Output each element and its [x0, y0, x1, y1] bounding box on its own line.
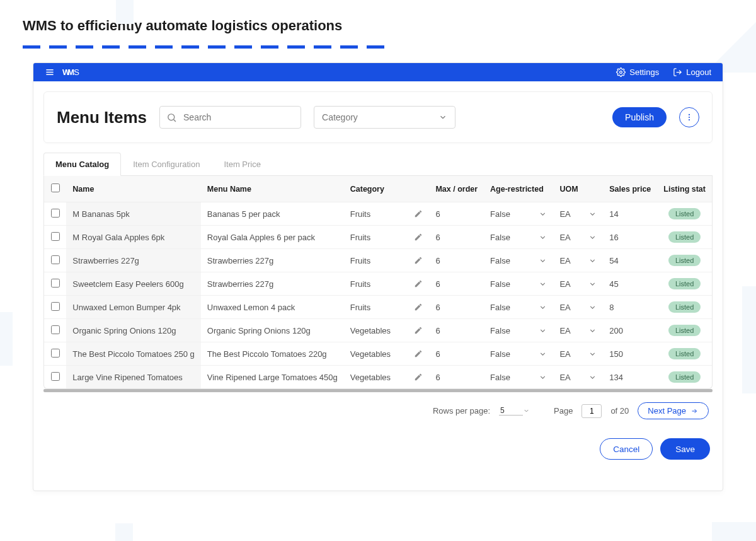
cell-age: False [484, 296, 532, 319]
age-chevron-icon[interactable] [532, 366, 553, 389]
search-box[interactable] [159, 106, 301, 129]
edit-icon[interactable] [408, 226, 429, 249]
bg-decor [712, 522, 756, 541]
age-chevron-icon[interactable] [532, 296, 553, 319]
age-chevron-icon[interactable] [532, 226, 553, 249]
svg-point-1 [168, 113, 175, 120]
uom-chevron-icon[interactable] [582, 226, 603, 249]
age-chevron-icon[interactable] [532, 319, 553, 342]
status-badge: Listed [668, 231, 701, 243]
cell-name: Strawberries 227g [66, 249, 200, 272]
row-checkbox[interactable] [51, 209, 60, 218]
cell-price: 54 [603, 249, 657, 272]
items-table: Name Menu Name Category Max / order Age-… [43, 176, 713, 389]
row-checkbox[interactable] [51, 372, 60, 381]
cell-uom: EA [553, 366, 582, 389]
cell-category: Vegetables [344, 342, 408, 366]
edit-icon[interactable] [408, 319, 429, 342]
edit-icon[interactable] [408, 342, 429, 366]
status-badge: Listed [668, 301, 701, 313]
row-checkbox[interactable] [51, 302, 60, 311]
bg-decor [116, 0, 134, 24]
page-input[interactable] [581, 404, 602, 418]
status-badge: Listed [668, 208, 701, 219]
table-row: The Best Piccolo Tomatoes 250 gThe Best … [44, 342, 712, 366]
more-actions-button[interactable] [679, 107, 699, 127]
app-window: WMS Settings Logout Menu Items [33, 62, 723, 491]
uom-chevron-icon[interactable] [582, 202, 603, 226]
uom-chevron-icon[interactable] [582, 366, 603, 389]
age-chevron-icon[interactable] [532, 342, 553, 366]
cell-price: 45 [603, 272, 657, 296]
status-badge: Listed [668, 325, 701, 336]
arrow-right-icon [690, 407, 699, 415]
uom-chevron-icon[interactable] [582, 319, 603, 342]
tab-menu-catalog[interactable]: Menu Catalog [43, 153, 121, 176]
edit-icon[interactable] [408, 296, 429, 319]
col-uom: UOM [553, 176, 603, 202]
settings-link[interactable]: Settings [616, 67, 659, 77]
svg-point-2 [689, 114, 690, 115]
logout-icon [673, 67, 682, 77]
cell-max: 6 [429, 272, 484, 296]
hamburger-icon[interactable] [45, 67, 55, 77]
cell-price: 16 [603, 226, 657, 249]
search-input[interactable] [183, 112, 294, 122]
age-chevron-icon[interactable] [532, 249, 553, 272]
age-chevron-icon[interactable] [532, 202, 553, 226]
table-row: Sweetclem Easy Peelers 600gStrawberries … [44, 272, 712, 296]
uom-chevron-icon[interactable] [582, 342, 603, 366]
cell-menu-name: Strawberries 227g [201, 272, 344, 296]
cell-max: 6 [429, 202, 484, 226]
svg-point-3 [689, 117, 690, 118]
cell-menu-name: Bananas 5 per pack [201, 202, 344, 226]
table-row: Unwaxed Lemon Bumper 4pkUnwaxed Lemon 4 … [44, 296, 712, 319]
row-checkbox[interactable] [51, 255, 60, 264]
edit-icon[interactable] [408, 272, 429, 296]
age-chevron-icon[interactable] [532, 272, 553, 296]
uom-chevron-icon[interactable] [582, 272, 603, 296]
cell-category: Fruits [344, 226, 408, 249]
bg-decor [742, 286, 756, 393]
chevron-down-icon [438, 113, 447, 122]
pager: Rows per page: Page of 20 Next Page [33, 392, 723, 429]
cancel-button[interactable]: Cancel [600, 438, 653, 460]
cell-age: False [484, 319, 532, 342]
uom-chevron-icon[interactable] [582, 249, 603, 272]
cell-uom: EA [553, 249, 582, 272]
edit-icon[interactable] [408, 202, 429, 226]
save-button[interactable]: Save [660, 438, 710, 460]
col-price: Sales price [603, 176, 657, 202]
next-page-button[interactable]: Next Page [638, 402, 709, 419]
kebab-icon [685, 113, 694, 122]
cell-name: M Bananas 5pk [66, 202, 200, 226]
header-card: Menu Items Category Publish [43, 91, 713, 143]
rows-per-page-select[interactable] [499, 406, 523, 416]
cell-menu-name: The Best Piccolo Tomatoes 220g [201, 342, 344, 366]
cell-age: False [484, 366, 532, 389]
tabs: Menu Catalog Item Configuration Item Pri… [43, 152, 713, 176]
publish-button[interactable]: Publish [612, 107, 667, 127]
cell-max: 6 [429, 342, 484, 366]
cell-age: False [484, 202, 532, 226]
edit-icon[interactable] [408, 366, 429, 389]
row-checkbox[interactable] [51, 232, 60, 241]
cell-max: 6 [429, 319, 484, 342]
cell-age: False [484, 226, 532, 249]
logout-link[interactable]: Logout [673, 67, 711, 77]
table-row: M Royal Gala Apples 6pkRoyal Gala Apples… [44, 226, 712, 249]
col-status: Listing stat [657, 176, 712, 202]
tab-item-configuration[interactable]: Item Configuration [121, 153, 212, 176]
edit-icon[interactable] [408, 249, 429, 272]
row-checkbox[interactable] [51, 279, 60, 288]
tab-item-price[interactable]: Item Price [212, 153, 273, 176]
row-checkbox[interactable] [51, 325, 60, 334]
status-badge: Listed [668, 255, 701, 266]
col-max: Max / order [429, 176, 484, 202]
category-select[interactable]: Category [314, 106, 455, 129]
uom-chevron-icon[interactable] [582, 296, 603, 319]
cell-uom: EA [553, 226, 582, 249]
cell-name: Large Vine Ripened Tomatoes [66, 366, 200, 389]
select-all-checkbox[interactable] [51, 183, 60, 192]
row-checkbox[interactable] [51, 349, 60, 358]
